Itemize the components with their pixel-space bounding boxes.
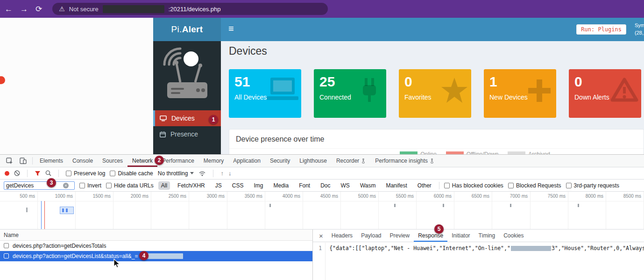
card-down-alerts[interactable]: 0 Down Alerts (569, 69, 641, 118)
not-secure-label: Not secure (69, 6, 99, 13)
devtools-tabbar: Elements Console Sources Network Perform… (0, 155, 644, 167)
checkbox-box (106, 183, 112, 188)
network-filter-bar: × Invert Hide data URLs All Fetch/XHR JS… (0, 179, 644, 192)
address-bar[interactable]: ⚠ Not secure :20211/devices.php (52, 3, 328, 15)
back-icon[interactable]: ← (5, 5, 13, 13)
filter-pill-media[interactable]: Media (270, 181, 291, 190)
tab-application[interactable]: Application (228, 155, 265, 167)
divider (27, 170, 28, 177)
timeline-label: 4500 ms (320, 194, 338, 199)
tab-lighthouse[interactable]: Lighthouse (295, 155, 332, 167)
checkbox-label: Blocked Requests (516, 182, 561, 189)
request-row-selected[interactable]: devices.php?action=getDevicesList&status… (0, 251, 312, 261)
checkbox-box (508, 183, 514, 188)
filter-pill-ws[interactable]: WS (338, 181, 353, 190)
inspect-element-icon[interactable] (3, 158, 16, 165)
tab-cookies[interactable]: Cookies (499, 230, 528, 242)
request-checkbox[interactable] (4, 253, 9, 258)
response-json-prefix: {"data":[["laptop","Net - Huawei","Inter… (329, 245, 510, 251)
tab-console[interactable]: Console (68, 155, 98, 167)
third-party-requests-checkbox[interactable]: 3rd-party requests (566, 182, 619, 189)
hamburger-menu-icon[interactable]: ≡ (228, 23, 234, 34)
tab-headers[interactable]: Headers (327, 230, 357, 242)
export-har-icon[interactable]: ↓ (228, 170, 232, 177)
request-list-name-header[interactable]: Name (0, 230, 312, 241)
filter-pill-wasm[interactable]: Wasm (357, 181, 379, 190)
card-favorites[interactable]: 0 Favorites (399, 69, 471, 118)
calendar-icon (160, 131, 166, 137)
sidebar-item-presence[interactable]: Presence (153, 126, 221, 142)
tab-sources[interactable]: Sources (98, 155, 127, 167)
tab-timing[interactable]: Timing (474, 230, 500, 242)
card-label: New Devices (489, 93, 556, 101)
filter-pill-img[interactable]: Img (251, 181, 266, 190)
response-body[interactable]: 1 {"data":[["laptop","Net - Huawei","Int… (313, 243, 644, 280)
card-label: All Devices (234, 93, 301, 101)
forward-icon[interactable]: → (20, 5, 28, 13)
topbar-right-text: Sym (28, (635, 22, 644, 37)
card-all-devices[interactable]: 51 All Devices (229, 69, 301, 118)
device-toolbar-icon[interactable] (16, 158, 30, 164)
filter-pill-other[interactable]: Other (415, 181, 434, 190)
timeline-label: 5000 ms (358, 194, 376, 199)
tab-recorder[interactable]: Recorder (332, 155, 370, 167)
timeline-request-mark (578, 204, 579, 207)
filter-input-box[interactable]: × (4, 181, 75, 190)
presence-legend: Online Offline/Down Archived (400, 151, 550, 154)
invert-checkbox[interactable]: Invert (79, 182, 101, 189)
throttling-dropdown[interactable]: No throttling (158, 170, 194, 177)
tab-elements[interactable]: Elements (35, 155, 68, 167)
tab-payload[interactable]: Payload (357, 230, 385, 242)
screen-record-dot (0, 76, 5, 84)
refresh-icon[interactable]: ⟳ (35, 5, 42, 13)
topbar-right-line2: (28, (635, 29, 644, 37)
experiment-flask-icon (361, 158, 366, 164)
card-new-devices[interactable]: 1 New Devices (484, 69, 556, 118)
network-overview-timeline[interactable]: 500 ms 1000 ms 1500 ms 2000 ms 2500 ms 3… (0, 192, 644, 230)
card-connected[interactable]: 25 Connected (314, 69, 386, 118)
request-row[interactable]: devices.php?action=getDevicesTotals (0, 241, 312, 251)
filter-pill-manifest[interactable]: Manifest (383, 181, 410, 190)
app-logo[interactable]: Pi.Alert (153, 18, 221, 41)
hide-data-urls-checkbox[interactable]: Hide data URLs (106, 182, 154, 189)
preserve-log-checkbox[interactable]: Preserve log (66, 170, 105, 177)
url-text: :20211/devices.php (169, 6, 221, 13)
close-icon[interactable]: × (315, 232, 327, 240)
legend-label: Online (420, 151, 437, 154)
filter-pill-fetch-xhr[interactable]: Fetch/XHR (175, 181, 208, 190)
filter-pill-all[interactable]: All (158, 181, 170, 190)
filter-pill-js[interactable]: JS (212, 181, 225, 190)
load-event-line (44, 201, 45, 229)
filter-pill-css[interactable]: CSS (229, 181, 247, 190)
import-har-icon[interactable]: ↑ (220, 170, 224, 177)
tab-memory[interactable]: Memory (199, 155, 228, 167)
step-badge-4: 4 (139, 251, 149, 260)
tab-security[interactable]: Security (265, 155, 295, 167)
filter-pill-doc[interactable]: Doc (318, 181, 333, 190)
request-checkbox[interactable] (4, 243, 9, 248)
run-plugins-button[interactable]: Run: Plugins (576, 24, 626, 35)
timeline-column: 6500 ms (454, 192, 492, 229)
sidebar-item-label: Devices (171, 115, 195, 122)
clear-network-log-icon[interactable] (14, 170, 20, 176)
tab-performance-insights[interactable]: Performance insights (370, 155, 439, 167)
clear-filter-icon[interactable]: × (63, 183, 69, 188)
checkbox-box (444, 183, 450, 188)
timeline-column: 2000 ms (113, 192, 151, 229)
tab-preview[interactable]: Preview (386, 230, 414, 242)
checkbox-box (79, 183, 85, 188)
timeline-request-mark (510, 204, 511, 207)
timeline-label: 7500 ms (548, 194, 566, 199)
has-blocked-cookies-checkbox[interactable]: Has blocked cookies (444, 182, 503, 189)
filter-pill-font[interactable]: Font (296, 181, 313, 190)
tab-initiator[interactable]: Initiator (447, 230, 474, 242)
network-conditions-icon[interactable] (198, 171, 206, 176)
filter-funnel-icon[interactable] (35, 171, 41, 176)
tab-network[interactable]: Network (127, 155, 157, 167)
blocked-requests-checkbox[interactable]: Blocked Requests (508, 182, 561, 189)
disable-cache-checkbox[interactable]: Disable cache (110, 170, 153, 177)
search-icon[interactable] (45, 170, 51, 176)
logo-bold: Alert (182, 24, 203, 35)
step-badge-5: 5 (434, 224, 444, 234)
record-network-log-icon[interactable] (5, 171, 9, 176)
